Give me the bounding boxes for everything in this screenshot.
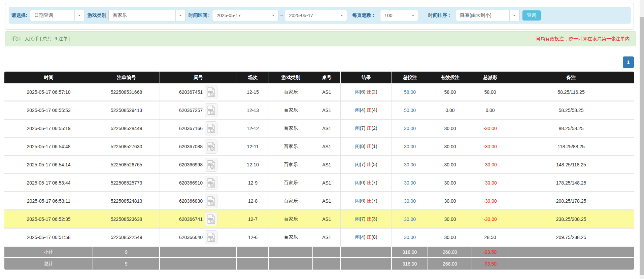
scrollbar-thumb[interactable]: [640, 17, 644, 275]
cell-game: 百家乐: [269, 229, 313, 247]
pagination-page-1[interactable]: 1: [623, 56, 634, 68]
cell-round-id: 620366998: [160, 156, 237, 174]
game-category-select[interactable]: 百家乐: [108, 10, 186, 21]
total-bet-link[interactable]: 58.00: [404, 89, 416, 95]
date-from-value: 2025-05-17: [212, 13, 268, 18]
search-button[interactable]: 查询: [522, 10, 541, 21]
video-replay-button[interactable]: [205, 158, 217, 172]
date-from-caret[interactable]: [268, 10, 278, 21]
cell-game: 百家乐: [269, 102, 313, 120]
header-bet-id: 注单编号: [93, 72, 160, 83]
video-replay-button[interactable]: [205, 121, 217, 135]
chevron-down-icon: [340, 15, 343, 16]
video-replay-button[interactable]: [205, 103, 217, 117]
cell-table-no: AS1: [313, 156, 341, 174]
subtotal-empty-remark: [508, 247, 634, 258]
sort-caret[interactable]: [509, 10, 519, 21]
header-time: 时间: [4, 72, 93, 83]
date-to-select[interactable]: 2025-05-17: [285, 10, 347, 21]
sort-select[interactable]: 降幂(由大到小): [456, 10, 520, 21]
video-replay-button[interactable]: [205, 230, 217, 244]
result-banker-score: (2): [371, 125, 377, 131]
cell-result: 闲(7) 庄(5): [341, 156, 392, 174]
chevron-down-icon: [513, 15, 516, 16]
cell-table-no: AS1: [313, 210, 341, 229]
cell-table-no: AS1: [313, 102, 341, 120]
cell-payout: -30.00: [472, 138, 508, 156]
cell-valid-bet: 30.00: [428, 210, 472, 229]
date-to-caret[interactable]: [337, 10, 347, 21]
cell-total-bet: 30.00: [392, 156, 428, 174]
result-banker: 庄: [367, 198, 371, 203]
total-bet-link[interactable]: 30.00: [404, 235, 416, 240]
total-bet-link[interactable]: 30.00: [404, 180, 416, 186]
total-bet-link[interactable]: 30.00: [404, 162, 416, 167]
cell-session: 12-11: [237, 138, 269, 156]
cell-result: 闲(7) 庄(3): [341, 210, 392, 229]
page-size-select[interactable]: 100: [380, 10, 418, 21]
video-replay-button[interactable]: [205, 85, 217, 99]
round-id-value: 620366830: [179, 198, 203, 204]
result-player-score: (0): [360, 180, 365, 185]
cell-total-bet: 30.00: [392, 210, 428, 229]
video-replay-button[interactable]: [205, 212, 217, 226]
result-banker: 庄: [367, 216, 371, 222]
total-empty-result: [341, 258, 392, 270]
cell-payout: 0.00: [472, 102, 508, 120]
subtotal-empty-round: [160, 247, 237, 258]
total-bet-link[interactable]: 30.00: [404, 198, 416, 204]
cell-table-no: AS1: [313, 174, 341, 192]
cell-session: 12-8: [237, 192, 269, 210]
table-header-row: 时间 注单编号 局号 场次 游戏类别 桌号 结果 总投注 有效投注 总派彩 备注: [4, 72, 634, 83]
cell-bet-id: 522508526765: [93, 156, 160, 174]
total-bet-link[interactable]: 30.00: [404, 216, 416, 222]
result-player-score: (4): [360, 234, 365, 240]
total-payout: -93.50: [472, 258, 508, 270]
result-player: 闲: [355, 125, 360, 131]
round-id-value: 620366640: [179, 235, 203, 240]
sort-value: 降幂(由大到小): [456, 12, 509, 18]
total-empty-table: [313, 258, 341, 270]
game-category-caret[interactable]: [175, 10, 185, 21]
cell-payout: 58.00: [472, 83, 508, 102]
chevron-down-icon: [272, 15, 275, 16]
total-bet-link[interactable]: 30.00: [404, 126, 416, 131]
cell-session: 12-7: [237, 210, 269, 229]
result-banker: 庄: [367, 89, 371, 94]
query-type-caret[interactable]: [74, 10, 84, 21]
result-banker: 庄: [367, 234, 371, 240]
game-category-value: 百家乐: [109, 12, 175, 18]
query-type-value: 日期查询: [30, 12, 74, 18]
total-bet-link[interactable]: 30.00: [404, 144, 416, 149]
video-replay-button[interactable]: [205, 140, 217, 154]
cell-session: 12-9: [237, 174, 269, 192]
cell-valid-bet: 30.00: [428, 120, 472, 138]
cell-total-bet: 58.00: [392, 83, 428, 102]
cell-time: 2025-05-17 06:57:10: [4, 83, 93, 102]
date-from-select[interactable]: 2025-05-17: [212, 10, 278, 21]
table-row: 2025-05-17 06:51:58 522508522549 6203666…: [4, 229, 634, 247]
cell-game: 百家乐: [269, 156, 313, 174]
cell-round-id: 620366741: [160, 210, 237, 229]
total-valid-bet: 268.00: [428, 258, 472, 270]
result-player: 闲: [355, 234, 360, 240]
round-id-value: 620367451: [179, 89, 203, 95]
result-player: 闲: [355, 162, 360, 167]
total-bet-link[interactable]: 50.00: [404, 108, 416, 113]
video-replay-button[interactable]: [205, 194, 217, 208]
total-empty-game: [269, 258, 313, 270]
result-player-score: (7): [360, 162, 365, 167]
scrollbar-track[interactable]: [640, 0, 644, 279]
video-replay-button[interactable]: [205, 176, 217, 190]
round-id-value: 620366910: [179, 180, 203, 186]
cell-result: 闲(4) 庄(8): [341, 229, 392, 247]
cell-session: 12-15: [237, 83, 269, 102]
cell-session: 12-6: [237, 229, 269, 247]
query-type-select[interactable]: 日期查询: [30, 10, 85, 21]
subtotal-label: 小计: [4, 247, 93, 258]
cell-time: 2025-05-17 06:54:48: [4, 138, 93, 156]
cell-payout: -30.00: [472, 174, 508, 192]
page-size-caret[interactable]: [408, 10, 418, 21]
cell-result: 闲(7) 庄(2): [341, 120, 392, 138]
result-banker-score: (7): [371, 180, 377, 185]
